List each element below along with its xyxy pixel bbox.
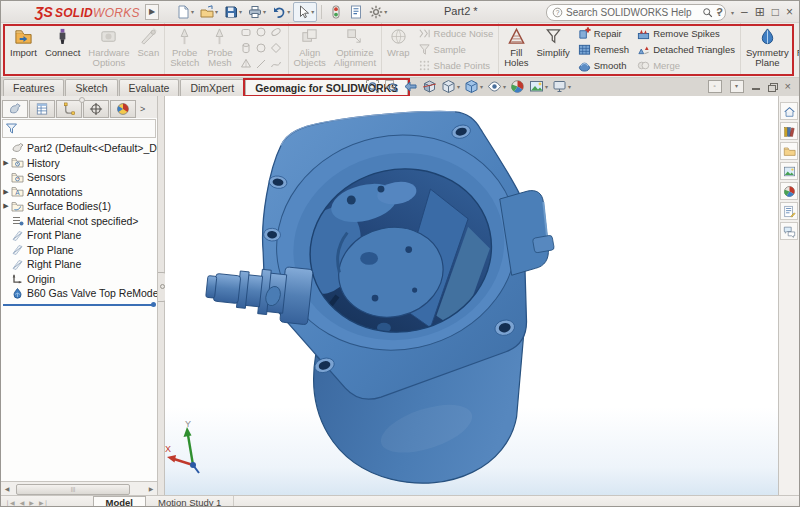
simplify-button[interactable]: Simplify [533,24,574,75]
minimize-button[interactable]: – [741,2,748,22]
open-document-button[interactable]: ▾ [197,2,221,22]
rollback-bar[interactable] [3,304,155,306]
tab-evaluate[interactable]: Evaluate [119,79,180,96]
design-library-button[interactable] [780,122,798,140]
tree-item-b60-gas-valve-top-remodel[interactable]: B60 Gas Valve Top ReModel [1,286,157,301]
search-input[interactable]: Search SOLIDWORKS Help [566,7,699,18]
fill-holes-button[interactable]: Fill Holes [500,24,532,75]
symmetry-plane-button[interactable]: Symmetry Plane [742,24,793,75]
apply-scene-button[interactable]: ▾ [528,79,549,94]
hide-show-items-button[interactable]: ▾ [486,79,507,94]
options-button[interactable]: ▾ [366,2,390,22]
manager-tab-configurationmanager[interactable] [56,100,82,118]
pin-pane-icon[interactable]: ▾ [730,80,744,93]
rebuild-button[interactable] [326,2,346,22]
maximize-button[interactable]: □ [772,2,779,22]
expand-arrow-icon[interactable]: ▶ [1,159,11,167]
manager-tab-featuremanager-design-tree[interactable] [2,100,28,118]
folder-history-icon [11,156,24,169]
scroll-right-arrow[interactable]: ▶ [145,485,157,492]
display-style-button[interactable]: ▾ [463,79,484,94]
view-settings-button[interactable]: ▾ [551,79,572,94]
tree-filter-row[interactable] [2,119,156,138]
tree-item-material-not-specified-[interactable]: Material <not specified> [1,214,157,229]
help-caret[interactable]: ▾ [731,9,734,16]
expand-arrow-icon[interactable]: ▶ [1,202,11,210]
custom-properties-button[interactable] [780,202,798,220]
scrollbar-thumb[interactable] [16,484,130,495]
tree-item-origin[interactable]: Origin [1,272,157,287]
manager-tab-displaymanager[interactable] [110,100,136,118]
nav-next-icon[interactable]: ▶ [27,499,36,506]
tree-item-front-plane[interactable]: Front Plane [1,228,157,243]
save-button[interactable]: ▾ [221,2,245,22]
tree-item-part2-default-default-display-[interactable]: Part2 (Default<<Default>_Display State [1,141,157,156]
panel-tabs-overflow-chevron[interactable]: > [140,104,145,114]
remove-spikes-button[interactable]: Remove Spikes [637,26,735,41]
help-button[interactable]: ? [716,6,723,18]
solidworks-forum-button[interactable] [780,222,798,240]
ribbon-button-label: Optimize Alignment [334,48,376,68]
close-button[interactable]: × [786,2,793,22]
tree-item-annotations[interactable]: ▶AAnnotations [1,185,157,200]
bottom-tab-model[interactable]: Model [93,496,146,507]
panel-grip-dot[interactable] [79,97,85,103]
nav-prev-icon[interactable]: ◀ [18,499,27,506]
remesh-button[interactable]: Remesh [578,42,629,57]
reference-plane-button[interactable]: Reference Plane [793,24,800,75]
graphics-viewport[interactable]: Y X [165,96,778,495]
window-split-button[interactable]: ⊞ [755,2,765,22]
import-button[interactable]: Import [6,24,41,75]
previous-view-button[interactable] [402,79,419,94]
new-document-button[interactable]: ▾ [173,2,197,22]
manager-tab-propertymanager[interactable] [29,100,55,118]
print-button[interactable]: ▾ [245,2,269,22]
search-box[interactable]: ? Search SOLIDWORKS Help ▾ [546,4,726,21]
connect-button[interactable]: Connect [41,24,84,75]
section-view-button[interactable] [421,79,438,94]
tab-dimxpert[interactable]: DimXpert [180,79,244,96]
tab-features[interactable]: Features [3,79,64,96]
scrollbar-track[interactable] [14,484,144,493]
view-orientation-button[interactable]: ▾ [440,79,461,94]
panel-splitter[interactable] [158,96,165,495]
panel-horizontal-scrollbar[interactable]: ◀ ▶ [1,481,157,495]
smooth-button[interactable]: Smooth [578,58,629,73]
undo-button[interactable]: ▾ [269,2,293,22]
scroll-left-arrow[interactable]: ◀ [1,485,13,492]
bottom-tab-motion-study-1[interactable]: Motion Study 1 [146,496,234,507]
tree-item-surface-bodies-1-[interactable]: ▶Surface Bodies(1) [1,199,157,214]
solidworks-resources-button[interactable] [780,102,798,120]
file-explorer-button[interactable] [780,142,798,160]
edit-appearance-button[interactable] [509,79,526,94]
dropdown-caret: ▾ [545,83,548,90]
collapse-pane-icon[interactable]: ▫ [708,80,722,93]
file-properties-icon [349,5,363,19]
repair-button[interactable]: Repair [578,26,629,41]
tree-item-history[interactable]: ▶History [1,156,157,171]
zoom-to-area-button[interactable] [383,79,400,94]
doc-restore-icon[interactable] [768,83,777,91]
ribbon-button-label: Sample [434,44,466,55]
appearances-scenes-button[interactable] [780,182,798,200]
doc-close-icon[interactable]: × [785,81,791,92]
model-3d-view[interactable] [171,102,778,495]
nav-last-icon[interactable]: ▶❘ [37,499,51,506]
zoom-to-fit-button[interactable] [364,79,381,94]
task-pane [778,96,799,495]
view-palette-button[interactable] [780,162,798,180]
nav-first-icon[interactable]: ❘◀ [3,499,17,506]
tree-item-label: Right Plane [27,258,81,270]
manager-tab-dimxpertmanager[interactable] [83,100,109,118]
tree-item-right-plane[interactable]: Right Plane [1,257,157,272]
expand-arrow-icon[interactable]: ▶ [1,188,11,196]
file-properties-button[interactable] [346,2,366,22]
select-button[interactable]: ▾ [293,2,317,22]
tree-item-top-plane[interactable]: Top Plane [1,243,157,258]
tab-sketch[interactable]: Sketch [65,79,117,96]
menu-expand-arrow[interactable]: ▶ [145,4,159,20]
tree-item-sensors[interactable]: Sensors [1,170,157,185]
search-icon[interactable] [702,7,713,18]
detached-triangles-button[interactable]: Detached Triangles [637,42,735,57]
doc-minimize-icon[interactable] [752,83,760,90]
